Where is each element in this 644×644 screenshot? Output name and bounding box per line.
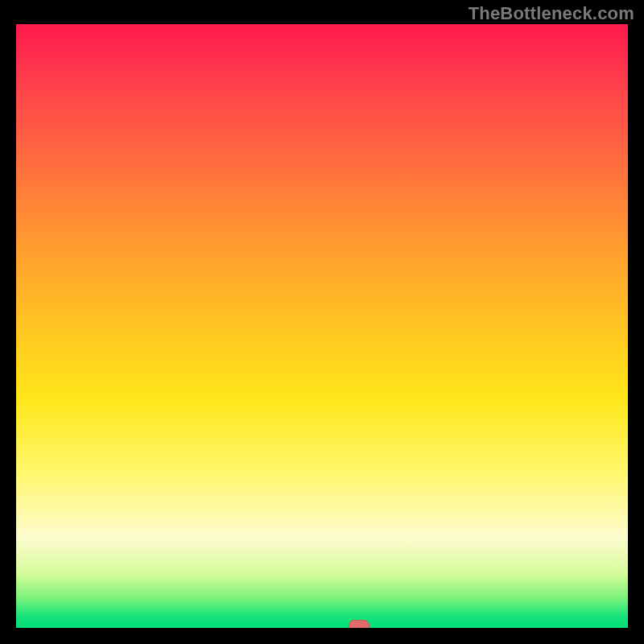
optimal-point-marker: [349, 620, 369, 628]
chart-frame: TheBottleneck.com: [0, 0, 644, 644]
plot-area: [16, 24, 628, 628]
watermark-text: TheBottleneck.com: [469, 3, 634, 24]
background-gradient: [16, 24, 628, 628]
